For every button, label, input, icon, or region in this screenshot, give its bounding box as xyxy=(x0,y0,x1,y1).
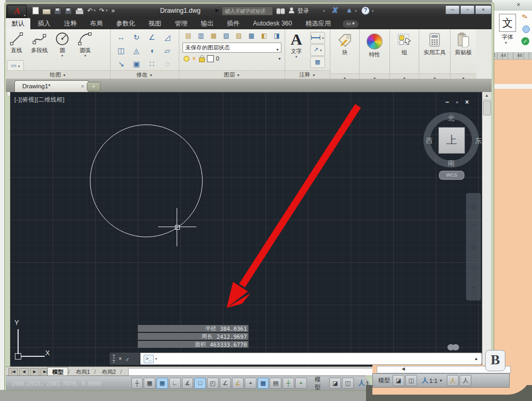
tab-view[interactable]: 视图 xyxy=(143,18,167,29)
rotate-button[interactable]: ↻ xyxy=(129,31,144,44)
layer-previous-icon[interactable]: ▧ xyxy=(220,31,232,41)
layer-freeze-icon[interactable]: ◧ xyxy=(259,31,270,41)
brush-icon[interactable]: ✎ xyxy=(521,12,528,21)
horizontal-scrollbar[interactable]: ◀ xyxy=(128,368,400,376)
line-button[interactable]: 直线 xyxy=(6,29,27,54)
command-input[interactable]: >_ ▾ ▲ xyxy=(140,353,482,365)
help-icon[interactable]: ? xyxy=(361,6,370,15)
lwt-toggle[interactable]: ▩ xyxy=(257,378,269,389)
chevron-down-icon[interactable]: ▾ xyxy=(323,9,325,13)
layer-select-dropdown[interactable]: ☀ 0 ▼ xyxy=(184,54,281,63)
quick-view-layouts-icon[interactable]: ◪ xyxy=(329,378,341,389)
tab-default[interactable]: 默认 xyxy=(6,18,30,29)
panel-clipboard[interactable]: 剪贴板 ▼ xyxy=(451,29,476,82)
open-file-icon[interactable] xyxy=(43,9,51,14)
osnap3d-toggle[interactable]: ◰ xyxy=(207,378,219,389)
table-button[interactable]: ▦ xyxy=(310,56,325,68)
fillet-button[interactable]: ◖ xyxy=(144,44,160,57)
shape-fill-icon[interactable] xyxy=(522,26,530,33)
viewcube-south[interactable]: 南 xyxy=(445,158,458,168)
search-input[interactable]: 键入关键字或短语 xyxy=(222,6,273,15)
wrench-icon[interactable]: ⌐ xyxy=(124,355,130,363)
snap-toggle[interactable]: ▦ xyxy=(144,378,155,389)
polar-toggle[interactable]: ∡ xyxy=(182,378,194,389)
stretch-button[interactable]: ↘ xyxy=(113,57,129,71)
scale-button[interactable]: ▣ xyxy=(129,57,144,71)
viewcube-top-face[interactable]: 上 xyxy=(438,127,465,154)
layer-properties-icon[interactable]: ▤ xyxy=(182,31,194,41)
redo-icon[interactable]: ↷ xyxy=(99,7,105,14)
new-drawing-button[interactable]: + xyxy=(87,82,101,91)
drawn-circle[interactable] xyxy=(90,124,203,237)
expand-history-icon[interactable]: ▲ xyxy=(474,356,478,361)
close-icon[interactable]: × xyxy=(517,1,520,9)
minimize-button[interactable]: − xyxy=(445,98,449,106)
autodesk360-icon[interactable]: ▲ xyxy=(346,7,352,13)
exchange-apps-icon[interactable]: X xyxy=(332,6,337,14)
command-line[interactable]: × ⌐ >_ ▾ ▲ xyxy=(110,353,482,365)
layer-off-icon[interactable]: ◨ xyxy=(271,31,282,41)
layer-match-icon[interactable]: ▥ xyxy=(195,31,207,41)
grid-toggle[interactable]: ▦ xyxy=(156,378,168,389)
text-button[interactable]: A 文字 ▾ xyxy=(285,29,307,58)
undo-icon[interactable]: ↶ xyxy=(87,7,93,14)
tab-insert[interactable]: 插入 xyxy=(32,18,56,29)
close-icon[interactable]: × xyxy=(119,356,122,362)
tab-parametric[interactable]: 参数化 xyxy=(110,18,141,29)
navigation-wheel-icon[interactable]: ◎ xyxy=(470,203,476,211)
orbit-icon[interactable]: ◇ xyxy=(471,263,476,271)
scrollbar-thumb[interactable] xyxy=(483,101,491,115)
chevron-down-icon[interactable]: ▾ xyxy=(505,40,507,45)
panel-modify-footer[interactable]: 修改 ▼ xyxy=(111,70,179,79)
layer-isolate-icon[interactable]: ▨ xyxy=(233,31,245,41)
minimize-button[interactable]: ─ xyxy=(445,5,460,14)
plot-icon[interactable] xyxy=(76,10,84,14)
chevron-down-icon[interactable]: ▾ xyxy=(355,9,357,13)
panel-block[interactable]: 块 ▼ xyxy=(330,29,360,82)
panel-layers-footer[interactable]: 图层 ▼ xyxy=(179,70,285,79)
tab-featured-apps[interactable]: 精选应用 xyxy=(300,18,337,29)
ortho-toggle[interactable]: ∟ xyxy=(169,378,181,389)
pan-icon[interactable]: ◠ xyxy=(470,223,476,231)
tab-manage[interactable]: 管理 xyxy=(169,18,193,29)
save-icon[interactable] xyxy=(54,7,61,14)
qp-toggle[interactable]: ┼ xyxy=(282,378,294,389)
drag-grip-icon[interactable] xyxy=(113,355,115,363)
search-icon[interactable] xyxy=(276,8,285,13)
chevron-down-icon[interactable]: ▾ xyxy=(372,9,374,13)
array-button[interactable]: ∷ xyxy=(144,57,160,71)
tab-annotate[interactable]: 注释 xyxy=(58,18,82,29)
tab-model[interactable]: 模型 xyxy=(47,367,68,376)
title-play-icon[interactable]: ▶ xyxy=(215,7,219,13)
panel-properties[interactable]: 特性 ▼ xyxy=(360,29,390,82)
panel-draw-footer[interactable]: 绘图 ▼ xyxy=(6,70,110,79)
ducs-toggle[interactable]: ∠ xyxy=(232,378,244,389)
first-tab-icon[interactable]: |◀ xyxy=(9,368,18,376)
wcs-menu[interactable]: WCS xyxy=(439,171,464,180)
dyn-toggle[interactable]: + xyxy=(245,378,256,389)
copy-button[interactable]: ◫ xyxy=(113,44,129,57)
viewcube-north[interactable]: 北 xyxy=(445,114,458,123)
offset-button[interactable]: ◌ xyxy=(160,57,175,71)
scroll-up-icon[interactable]: ▲ xyxy=(483,92,491,100)
capture-tool-button[interactable]: ▭ ▾ xyxy=(343,20,359,28)
font-tool-button[interactable]: 文 xyxy=(499,14,516,32)
zoom-icon[interactable]: ⊘ xyxy=(471,243,477,251)
move-button[interactable]: ↔ xyxy=(113,31,129,44)
close-icon[interactable]: × xyxy=(81,81,84,92)
panel-group[interactable]: 组 ▼ xyxy=(390,29,419,82)
trim-button[interactable]: ∠ xyxy=(144,31,160,44)
dimension-button[interactable]: ▾ xyxy=(310,32,325,44)
save-as-icon[interactable] xyxy=(65,7,72,14)
panel-annotate-footer[interactable]: 注释 ▼ xyxy=(285,70,330,79)
otrack-toggle[interactable]: ∠ xyxy=(220,378,231,389)
more-commands-icon[interactable]: » xyxy=(111,7,115,14)
viewcube-east[interactable]: 东 xyxy=(472,136,482,146)
app-menu-button[interactable]: A▾ xyxy=(7,5,27,18)
viewcube-west[interactable]: 西 xyxy=(423,136,436,146)
layer-on-icon[interactable] xyxy=(184,56,189,62)
close-button[interactable]: × xyxy=(475,5,492,14)
file-tab-drawing1[interactable]: Drawing1* × xyxy=(14,80,89,93)
leader-button[interactable]: ↗ ▾ xyxy=(310,44,325,56)
vertical-scrollbar[interactable]: ▲ xyxy=(482,92,491,366)
